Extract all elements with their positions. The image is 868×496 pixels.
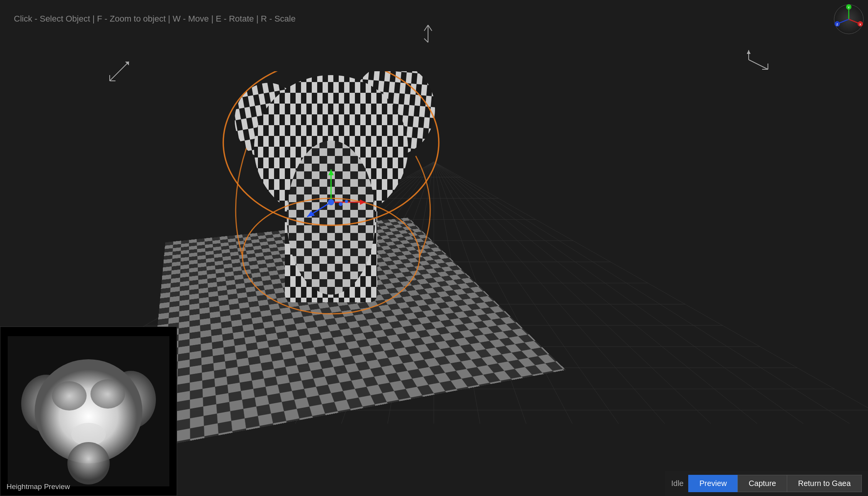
svg-line-8 bbox=[424, 39, 428, 42]
svg-text:Y: Y bbox=[848, 6, 850, 9]
svg-point-24 bbox=[254, 75, 408, 221]
bottom-toolbar: Idle Preview Capture Return to Gaea bbox=[665, 471, 868, 496]
svg-point-27 bbox=[223, 71, 439, 225]
svg-line-0 bbox=[110, 71, 119, 81]
checker-plane bbox=[146, 218, 566, 449]
scene-corner-arrow-right bbox=[747, 48, 770, 71]
svg-marker-4 bbox=[125, 62, 129, 65]
svg-marker-13 bbox=[747, 50, 751, 54]
svg-text:Z: Z bbox=[836, 23, 838, 26]
scene-corner-arrow-left bbox=[108, 60, 131, 83]
svg-point-42 bbox=[52, 381, 87, 411]
scene-corner-arrow-top bbox=[416, 23, 440, 46]
svg-point-36 bbox=[339, 202, 343, 206]
preview-button[interactable]: Preview bbox=[688, 475, 738, 492]
svg-point-23 bbox=[346, 71, 439, 159]
svg-point-35 bbox=[328, 199, 334, 205]
svg-marker-32 bbox=[328, 169, 334, 175]
svg-rect-25 bbox=[285, 179, 377, 302]
svg-line-6 bbox=[424, 25, 428, 31]
svg-line-9 bbox=[749, 60, 768, 69]
svg-marker-34 bbox=[307, 211, 315, 217]
return-to-gaea-button[interactable]: Return to Gaea bbox=[787, 475, 862, 492]
heightmap-image bbox=[0, 327, 177, 496]
svg-line-7 bbox=[428, 25, 432, 31]
capture-button[interactable]: Capture bbox=[738, 475, 787, 492]
svg-marker-30 bbox=[360, 199, 366, 205]
heightmap-svg bbox=[8, 336, 169, 486]
svg-point-43 bbox=[90, 379, 125, 409]
svg-point-45 bbox=[67, 442, 110, 484]
heightmap-preview: Heightmap Preview bbox=[0, 327, 177, 496]
3d-object[interactable] bbox=[204, 71, 473, 325]
heightmap-label: Heightmap Preview bbox=[7, 483, 70, 491]
idle-status-label: Idle bbox=[671, 479, 684, 488]
svg-text:X: X bbox=[859, 23, 861, 26]
svg-point-22 bbox=[229, 77, 310, 165]
hotkey-hint: Click - Select Object | F - Zoom to obje… bbox=[14, 14, 296, 24]
viewport[interactable]: Click - Select Object | F - Zoom to obje… bbox=[0, 0, 868, 496]
svg-line-3 bbox=[119, 62, 129, 71]
navigation-gizmo[interactable]: Y X Z bbox=[833, 4, 864, 35]
svg-point-37 bbox=[345, 200, 348, 203]
svg-line-33 bbox=[307, 202, 331, 217]
svg-point-26 bbox=[287, 141, 375, 295]
svg-point-28 bbox=[243, 198, 420, 314]
